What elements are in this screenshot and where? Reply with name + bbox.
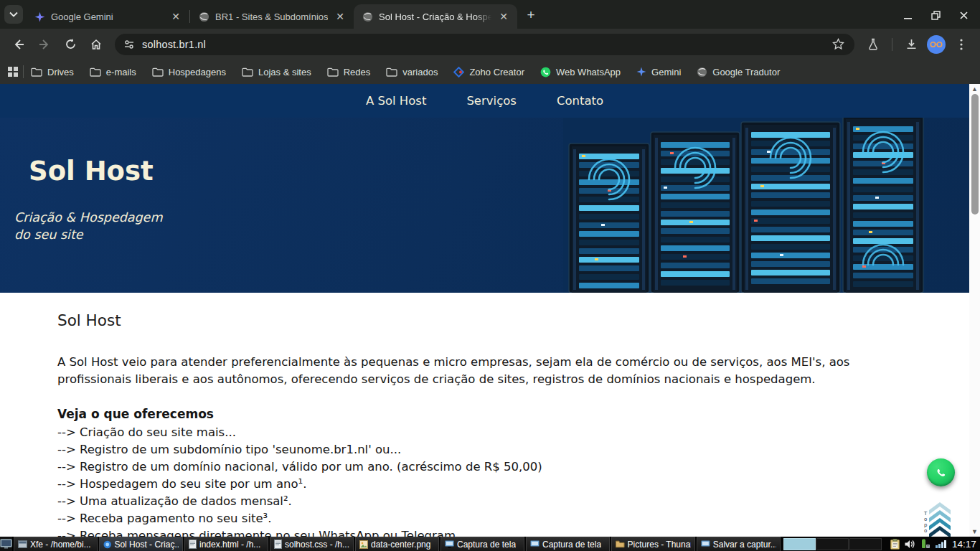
folder-icon [152, 67, 164, 77]
workspace-3[interactable] [849, 538, 882, 550]
clipboard-icon[interactable] [890, 539, 900, 550]
folder-icon [31, 67, 42, 77]
downloads-button[interactable] [900, 33, 923, 56]
bookmark-google-tradutor[interactable]: Google Tradutor [697, 67, 780, 77]
taskbar-item-sol-host[interactable]: Sol Host - Criaç... [99, 537, 183, 551]
network-signal-icon[interactable] [936, 540, 947, 548]
bookmark-folder-variados[interactable]: variados [386, 67, 438, 77]
page-title: Sol Host [57, 311, 912, 329]
browser-viewport: A Sol Host Serviços Contato Sol Host Cri… [0, 84, 980, 537]
bookmark-folder-drives[interactable]: Drives [31, 67, 74, 77]
folder-icon [242, 67, 253, 77]
restore-icon[interactable] [931, 11, 941, 20]
nav-link-a-sol-host[interactable]: A Sol Host [366, 94, 427, 108]
site-settings-icon[interactable] [123, 39, 135, 50]
flask-icon [867, 38, 879, 50]
home-icon [90, 38, 103, 51]
offer-item: --> Hospedagem do seu site por um ano¹. [57, 476, 912, 493]
bookmark-gemini[interactable]: Gemini [636, 67, 681, 77]
bookmark-folder-emails[interactable]: e-mails [90, 67, 136, 77]
bookmark-label: Lojas & sites [258, 67, 311, 77]
hero-title: Sol Host [29, 156, 154, 187]
clock[interactable]: 14:17 [952, 539, 978, 550]
offer-item: --> Criação do seu site mais... [57, 424, 912, 441]
show-desktop-button[interactable] [0, 537, 14, 551]
apps-grid-icon[interactable] [7, 66, 19, 77]
workspace-1[interactable] [783, 538, 816, 550]
close-icon[interactable] [959, 11, 969, 20]
svg-text:o: o [924, 517, 927, 522]
experiments-button[interactable] [862, 33, 885, 56]
volume-icon[interactable] [905, 540, 915, 549]
tab-sol-host[interactable]: Sol Host - Criação & Hospe ✕ [354, 4, 517, 29]
topo-chevrons-icon: T o p o [923, 502, 952, 537]
folder-icon [90, 67, 101, 77]
taskbar-item-xfe[interactable]: Xfe - /home/bi... [14, 537, 98, 551]
bookmark-folder-redes[interactable]: Redes [327, 67, 371, 77]
whatsapp-icon [540, 67, 551, 77]
taskbar-item-data-center-png[interactable]: data-center.png [355, 537, 439, 551]
intro-paragraph: A Sol Host veio para atender preferencia… [57, 354, 912, 388]
back-icon [12, 38, 25, 51]
folder-icon [327, 67, 339, 77]
forward-button[interactable] [33, 33, 56, 56]
page-scrollbar[interactable]: ▲ ▼ [969, 84, 980, 537]
profile-avatar[interactable] [927, 35, 946, 54]
tab-search-button[interactable] [4, 5, 23, 24]
download-icon [905, 38, 918, 50]
bookmark-label: Hospedagens [169, 67, 226, 77]
scroll-to-top-button[interactable]: T o p o [923, 502, 952, 537]
hero-subtitle: Criação & Hospedagem do seu site [14, 209, 162, 243]
browser-icon [103, 540, 111, 549]
address-bar[interactable]: solhost.br1.nl [115, 34, 854, 55]
bookmark-folder-lojas[interactable]: Lojas & sites [242, 67, 311, 77]
image-file-icon [359, 540, 368, 549]
forward-icon [38, 38, 51, 51]
bookmark-web-whatsapp[interactable]: Web WhatsApp [540, 67, 621, 77]
screenshot-icon [701, 540, 710, 548]
bookmark-label: e-mails [106, 67, 136, 77]
taskbar-item-label: Pictures - Thunar [628, 540, 691, 550]
gemini-icon [636, 67, 646, 77]
nav-link-contato[interactable]: Contato [557, 94, 603, 108]
whatsapp-float-button[interactable] [927, 458, 955, 486]
reload-button[interactable] [59, 33, 82, 56]
bookmark-label: Drives [47, 67, 74, 77]
screenshot-icon [530, 540, 540, 548]
taskbar-item-pictures-thunar[interactable]: Pictures - Thunar [611, 537, 695, 551]
url-text[interactable]: solhost.br1.nl [142, 39, 826, 50]
minimize-icon[interactable] [903, 11, 913, 20]
tab-close-icon[interactable]: ✕ [334, 10, 347, 23]
tab-close-icon[interactable]: ✕ [497, 10, 510, 23]
menu-button[interactable] [950, 33, 973, 56]
back-button[interactable] [7, 33, 30, 56]
svg-text:p: p [924, 522, 928, 528]
nav-link-servicos[interactable]: Serviços [466, 94, 517, 108]
taskbar-item-index-html[interactable]: index.html - /h... [184, 537, 268, 551]
workspace-2[interactable] [816, 538, 849, 550]
taskbar-item-captura-2[interactable]: Captura de tela [526, 537, 610, 551]
taskbar-item-captura-1[interactable]: Captura de tela [440, 537, 524, 551]
scrollbar-up-icon[interactable]: ▲ [969, 84, 980, 94]
tab-close-icon[interactable]: ✕ [169, 10, 182, 23]
power-manager-icon[interactable] [920, 539, 930, 549]
screenshot-icon [445, 540, 454, 548]
bookmark-label: variados [402, 67, 438, 77]
taskbar-item-salvar-captura[interactable]: Salvar a captur... [697, 537, 781, 551]
scrollbar-down-icon[interactable]: ▼ [969, 527, 980, 537]
bookmark-star-icon[interactable] [832, 38, 844, 50]
tab-google-gemini[interactable]: Google Gemini ✕ [26, 4, 189, 29]
workspace-pager[interactable] [783, 537, 882, 550]
new-tab-button[interactable]: + [522, 6, 540, 24]
home-button[interactable] [85, 33, 108, 56]
bookmark-zoho-creator[interactable]: Zoho Creator [453, 67, 524, 77]
tab-br1[interactable]: BR1 - Sites & Subdomínios ✕ [190, 4, 354, 29]
offer-item: --> Receba pagamento no seu site³. [57, 510, 912, 527]
taskbar-item-label: Salvar a captur... [713, 540, 776, 550]
taskbar-item-label: Xfe - /home/bi... [30, 540, 91, 550]
taskbar-item-solhost-css[interactable]: solhost.css - /h... [270, 537, 354, 551]
zoho-creator-icon [453, 67, 464, 77]
bookmark-label: Google Tradutor [712, 67, 780, 77]
scrollbar-thumb[interactable] [971, 94, 979, 215]
bookmark-folder-hospedagens[interactable]: Hospedagens [152, 67, 226, 77]
